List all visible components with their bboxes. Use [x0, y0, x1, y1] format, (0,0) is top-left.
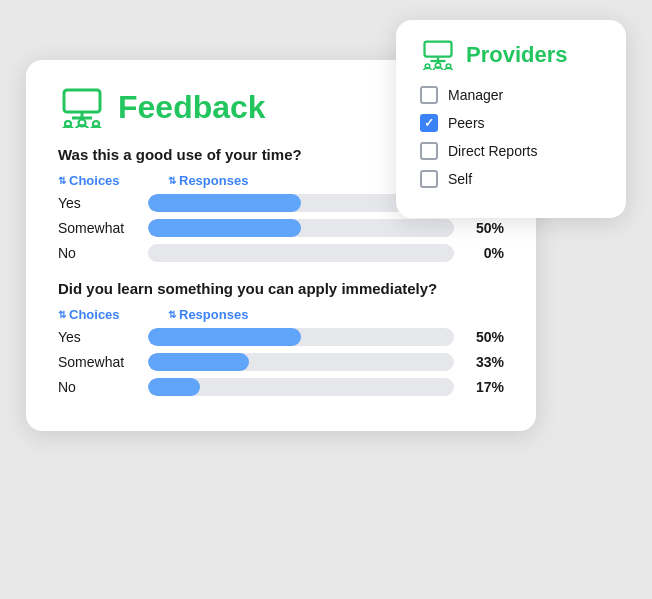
bar-container	[148, 353, 454, 371]
bar-pct: 0%	[466, 245, 504, 261]
bar-row: Somewhat 50%	[58, 219, 504, 237]
choices-sort-1[interactable]: ⇅ Choices	[58, 173, 168, 188]
sort-icon-responses-1: ⇅	[168, 175, 176, 186]
provider-checkbox[interactable]	[420, 114, 438, 132]
provider-label: Direct Reports	[448, 143, 537, 159]
bar-label: Yes	[58, 329, 148, 345]
section-2: Did you learn something you can apply im…	[58, 280, 504, 396]
section-2-question: Did you learn something you can apply im…	[58, 280, 504, 297]
provider-label: Peers	[448, 115, 485, 131]
bar-container	[148, 219, 454, 237]
bar-row: No 0%	[58, 244, 504, 262]
svg-rect-0	[64, 90, 100, 112]
responses-label-1: Responses	[179, 173, 248, 188]
responses-label-2: Responses	[179, 307, 248, 322]
bar-row: Somewhat 33%	[58, 353, 504, 371]
provider-label: Self	[448, 171, 472, 187]
providers-title: Providers	[466, 42, 568, 68]
bar-pct: 17%	[466, 379, 504, 395]
bar-fill	[148, 328, 301, 346]
responses-sort-2[interactable]: ⇅ Responses	[168, 307, 248, 322]
bar-label: No	[58, 379, 148, 395]
providers-list: Manager Peers Direct Reports Self	[420, 86, 602, 188]
bar-fill	[148, 353, 249, 371]
provider-checkbox[interactable]	[420, 170, 438, 188]
bar-pct: 50%	[466, 329, 504, 345]
bar-container	[148, 378, 454, 396]
bar-label: No	[58, 245, 148, 261]
provider-item[interactable]: Self	[420, 170, 602, 188]
bar-pct: 50%	[466, 220, 504, 236]
provider-checkbox[interactable]	[420, 142, 438, 160]
responses-sort-1[interactable]: ⇅ Responses	[168, 173, 248, 188]
bar-row: No 17%	[58, 378, 504, 396]
bar-label: Somewhat	[58, 220, 148, 236]
provider-label: Manager	[448, 87, 503, 103]
choices-label-2: Choices	[69, 307, 120, 322]
feedback-icon	[58, 88, 106, 128]
scene: Feedback Was this a good use of your tim…	[26, 20, 626, 580]
providers-header: Providers	[420, 40, 602, 70]
bar-pct: 33%	[466, 354, 504, 370]
provider-checkbox[interactable]	[420, 86, 438, 104]
bar-container	[148, 328, 454, 346]
bar-fill	[148, 219, 301, 237]
bar-label: Somewhat	[58, 354, 148, 370]
choices-label-1: Choices	[69, 173, 120, 188]
provider-item[interactable]: Peers	[420, 114, 602, 132]
providers-icon	[420, 40, 456, 70]
feedback-title: Feedback	[118, 89, 266, 126]
bar-fill	[148, 194, 301, 212]
bar-container	[148, 244, 454, 262]
provider-item[interactable]: Manager	[420, 86, 602, 104]
bar-fill	[148, 378, 200, 396]
providers-card: Providers Manager Peers Direct Reports S…	[396, 20, 626, 218]
sort-icon-choices-1: ⇅	[58, 175, 66, 186]
sort-icon-responses-2: ⇅	[168, 309, 176, 320]
choices-sort-2[interactable]: ⇅ Choices	[58, 307, 168, 322]
bar-label: Yes	[58, 195, 148, 211]
section-2-table-header: ⇅ Choices ⇅ Responses	[58, 307, 504, 322]
sort-icon-choices-2: ⇅	[58, 309, 66, 320]
section-2-rows: Yes 50% Somewhat 33% No 17%	[58, 328, 504, 396]
svg-rect-6	[425, 41, 452, 56]
provider-item[interactable]: Direct Reports	[420, 142, 602, 160]
bar-row: Yes 50%	[58, 328, 504, 346]
